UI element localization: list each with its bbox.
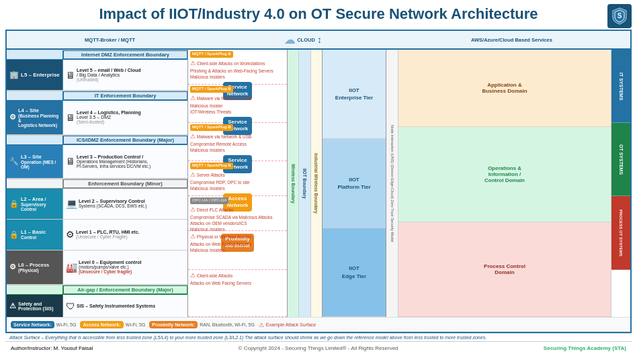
label-site: ⚙ L4 – Site (Business Planning & Logisti…: [7, 101, 63, 134]
attack-basic: OPC-UA / OPC-DA ⚠ Direct PLC Attacks Com…: [188, 196, 287, 231]
footer: Author/Instructor: M. Yousuf Faisal © Co…: [5, 341, 632, 355]
attack-meson: MQTT / SparkPlug B ⚠ Malware via Network…: [188, 123, 287, 161]
footer-author: Author/Instructor: M. Yousuf Faisal: [11, 345, 93, 351]
iiot-enterprise-tier: IIOTEnterprise Tier: [323, 50, 386, 139]
vert-strips: Wireless Boundary IIOT Boundary Industri…: [288, 50, 323, 317]
process-control-domain: Process ControlDomain: [398, 222, 611, 318]
legend-example-text: Example Attack Surface: [266, 322, 316, 327]
attack-surface-note: Attack Surface – Everything that is acce…: [5, 333, 632, 341]
domains-section: Application &Business Domain Operations …: [398, 50, 611, 317]
cloud-label: CLOUD: [297, 37, 315, 43]
legend-access-network: Access Network: Wi-Fi, 5G: [80, 321, 145, 328]
desc-area: 💻 Level 2 – Supervisory Control Systems …: [63, 189, 187, 219]
warn-icon-legend: ⚠: [259, 322, 264, 328]
industrial-wireless-strip: Industrial Wireless Boundary: [311, 50, 322, 317]
desc-enterprise: 🖥 Level 5 – email / Web / Cloud / Big Da…: [63, 60, 187, 90]
legend-access-badge: Access Network:: [80, 321, 123, 328]
right-section: Node Interaction (UNS) (Device-Edge-Clou…: [386, 50, 630, 317]
legend-service-text: Wi-Fi, 5G: [56, 322, 77, 327]
mqtt-broker-label: MQTT-Broker / MQTT: [85, 37, 135, 43]
cloud-icon: ☁: [284, 34, 295, 46]
legend-example-attack: ⚠ Example Attack Surface: [259, 322, 316, 328]
bottom-legend: Service Network: Wi-Fi, 5G Access Networ…: [7, 317, 630, 332]
legend-proximity-badge: Proximity Network:: [149, 321, 198, 328]
desc-site: 🖥 Level 4 – Logistics, Planning Level 3.…: [63, 101, 187, 134]
desc-basic: ⚙ Level 1 – PLC, RTU, HMI etc. (Unsecure…: [63, 220, 187, 250]
mqtt-badge-meson: MQTT / SparkPlug B: [190, 124, 233, 131]
desc-process: 🏭 Level 0 – Equipment control (motors/pu…: [63, 251, 187, 284]
airgap-boundary: Air-gap / Enforcement Boundary (Major): [63, 285, 187, 294]
desc-sis: 🛡 SIS – Safety Instrumented Systems: [63, 295, 187, 317]
row-basic: 🔒 L1 – Basic Control ⚙ Level 1 – PLC, RT…: [7, 220, 187, 251]
diagram-content: Internet DMZ Enforcement Boundary 🏢 L5 –…: [7, 50, 630, 317]
svg-text:S: S: [618, 12, 622, 19]
attack-sis: ⚠ Client-side Attacks Attacks on Web Fac…: [188, 270, 287, 317]
mqtt-badge-enterprise: MQTT / SparkPlug B: [190, 51, 233, 58]
legend-proximity-text: RAN, Bluetooth, Wi-Fi, 5G: [200, 322, 255, 327]
attack-surface-text: Attack Surface – Everything that is acce…: [9, 335, 486, 340]
footer-academy: Securing Things Academy (STA): [544, 345, 626, 351]
label-sis: ⚠ Safety and Protection (SIS): [7, 295, 63, 317]
label-meson: 🔧 L3 – Site Operation (MES / OM): [7, 145, 63, 178]
legend-service-badge: Service Network:: [11, 321, 54, 328]
label-process: ⚙ L0 – Process (Physical): [7, 251, 63, 284]
desc-meson: 🖥 Level 3 – Production Control / Operati…: [63, 145, 187, 178]
internet-dmz-boundary: Internet DMZ Enforcement Boundary: [63, 50, 187, 59]
it-enforcement-boundary: IT Enforcement Boundary: [63, 91, 187, 100]
row-meson: 🔧 L3 – Site Operation (MES / OM) 🖥 Level…: [7, 145, 187, 179]
row-area: 🔒 L2 – Area / Supervisory Control 💻 Leve…: [7, 189, 187, 220]
row-enterprise: 🏢 L5 – Enterprise 🖥 Level 5 – email / We…: [7, 60, 187, 91]
ics-dmz-boundary: ICS/iDMZ Enforcement Boundary (Major): [63, 136, 187, 144]
it-systems-box: IT SYSTEMS: [611, 50, 630, 123]
domain-col: Application &Business Domain Operations …: [398, 50, 611, 317]
mqtt-badge-site: MQTT / SparkPlug B: [190, 86, 233, 93]
ot-systems-box: OT SYSTEMS: [611, 123, 630, 196]
label-area: 🔒 L2 – Area / Supervisory Control: [7, 189, 63, 219]
diagram-wrapper: MQTT-Broker / MQTT ☁ CLOUD ↕ AWS/Azure/C…: [5, 30, 632, 333]
main-container: Impact of IIOT/Industry 4.0 on OT Secure…: [0, 0, 637, 364]
label-enterprise: 🏢 L5 – Enterprise: [7, 60, 63, 90]
ops-info-domain: Operations &Information /Control Domain: [398, 127, 611, 222]
logo: S: [607, 4, 632, 28]
enforcement-minor-boundary: Enforcement Boundary (Minor): [63, 179, 187, 188]
label-basic: 🔒 L1 – Basic Control: [7, 220, 63, 250]
mqtt-badge-area: MQTT / SparkPlug B: [190, 163, 233, 169]
legend-proximity-network: Proximity Network: RAN, Bluetooth, Wi-Fi…: [149, 321, 255, 328]
attack-enterprise: MQTT / SparkPlug B ⚠ Client-side Attacks…: [188, 50, 287, 85]
aws-label: AWS/Azure/Cloud Based Services: [471, 37, 552, 43]
process-ot-systems-box: PROCESS OT SYSTEMS: [611, 196, 630, 270]
systems-section: IT SYSTEMS OT SYSTEMS PROCESS OT SYSTEMS: [611, 50, 630, 317]
middle-section: MQTT / SparkPlug B ⚠ Client-side Attacks…: [188, 50, 288, 317]
iiot-platform-tier: IIOTPlatform Tier: [323, 139, 386, 228]
footer-copyright: © Copyright 2024 - Securing Things Limit…: [239, 345, 398, 351]
iot-boundary-strip: IIOT Boundary: [299, 50, 310, 317]
arrow-icon: ↕: [317, 34, 322, 45]
attack-process: ⚠ Physical or Wireless Access Attacks on…: [188, 231, 287, 270]
iiot-edge-tier: IIOTEdge Tier: [323, 228, 386, 318]
page-title: Impact of IIOT/Industry 4.0 on OT Secure…: [99, 5, 538, 23]
wireless-boundary-strip: Wireless Boundary: [288, 50, 299, 317]
cloud-row: MQTT-Broker / MQTT ☁ CLOUD ↕ AWS/Azure/C…: [7, 31, 630, 50]
iiot-section: IIOTEnterprise Tier IIOTPlatform Tier II…: [323, 50, 386, 317]
row-sis: ⚠ Safety and Protection (SIS) 🛡 SIS – Sa…: [7, 295, 187, 317]
node-interaction-col: Node Interaction (UNS) (Device-Edge-Clou…: [386, 50, 398, 317]
attack-area: MQTT / SparkPlug B ⚠ Server Attacks Comp…: [188, 161, 287, 196]
legend-access-text: Wi-Fi, 5G: [126, 322, 146, 327]
attack-site: MQTT / SparkPlug B ⚠ Malware via Network…: [188, 85, 287, 123]
row-site: ⚙ L4 – Site (Business Planning & Logisti…: [7, 101, 187, 134]
row-process: ⚙ L0 – Process (Physical) 🏭 Level 0 – Eq…: [7, 251, 187, 285]
app-business-domain: Application &Business Domain: [398, 50, 611, 127]
legend-service-network: Service Network: Wi-Fi, 5G: [11, 321, 76, 328]
left-section: Internet DMZ Enforcement Boundary 🏢 L5 –…: [7, 50, 188, 317]
